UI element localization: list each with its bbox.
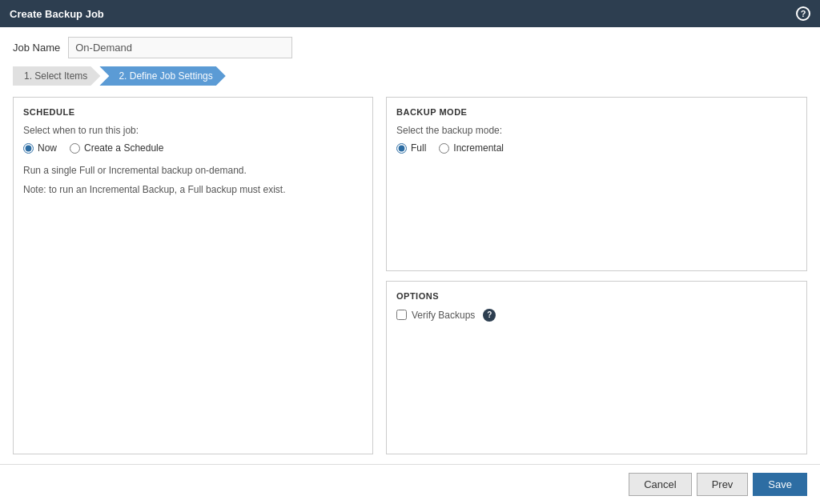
backup-mode-panel: BACKUP MODE Select the backup mode: Full… [386,97,807,271]
backup-mode-subtitle: Select the backup mode: [396,125,797,136]
dialog-body: Job Name 1. Select Items 2. Define Job S… [0,27,820,464]
schedule-radio-group: Now Create a Schedule [23,142,363,154]
backup-mode-incremental-option[interactable]: Incremental [439,142,504,154]
job-name-label: Job Name [13,42,60,54]
job-name-input[interactable] [68,37,292,58]
backup-mode-incremental-label: Incremental [453,142,504,154]
wizard-step-2-label: 2. Define Job Settings [119,70,212,82]
schedule-info-text: Run a single Full or Incremental backup … [23,163,363,178]
schedule-subtitle: Select when to run this job: [23,125,363,136]
dialog-footer: Cancel Prev Save [0,464,820,504]
backup-mode-full-option[interactable]: Full [396,142,426,154]
schedule-create-radio[interactable] [70,143,80,154]
options-title: OPTIONS [396,291,797,301]
wizard-step-1-label: 1. Select Items [24,70,87,82]
schedule-note-text: Note: to run an Incremental Backup, a Fu… [23,182,363,197]
dialog-titlebar: Create Backup Job ? [0,0,820,27]
backup-mode-radio-group: Full Incremental [396,142,797,154]
schedule-now-radio[interactable] [23,143,34,154]
dialog-title: Create Backup Job [10,8,104,20]
verify-backups-checkbox[interactable] [396,310,407,320]
wizard-steps: 1. Select Items 2. Define Job Settings [13,66,807,86]
right-column: BACKUP MODE Select the backup mode: Full… [386,97,807,454]
save-button[interactable]: Save [753,473,807,496]
schedule-create-option[interactable]: Create a Schedule [70,142,163,154]
prev-button[interactable]: Prev [697,473,749,496]
wizard-step-1[interactable]: 1. Select Items [13,66,100,86]
schedule-title: SCHEDULE [23,107,363,117]
schedule-now-label: Now [38,142,57,154]
cancel-button[interactable]: Cancel [629,473,691,496]
backup-mode-incremental-radio[interactable] [439,143,449,154]
create-backup-dialog: Create Backup Job ? Job Name 1. Select I… [0,0,820,504]
options-panel: OPTIONS Verify Backups ? [386,281,807,455]
verify-backups-label: Verify Backups [412,310,475,321]
content-area: SCHEDULE Select when to run this job: No… [13,97,807,454]
verify-backups-help-icon[interactable]: ? [483,309,496,322]
wizard-step-2[interactable]: 2. Define Job Settings [99,66,225,86]
verify-backups-item: Verify Backups ? [396,309,797,322]
backup-mode-full-radio[interactable] [396,143,407,154]
backup-mode-title: BACKUP MODE [396,107,797,117]
job-name-row: Job Name [13,37,807,58]
backup-mode-full-label: Full [411,142,426,154]
schedule-now-option[interactable]: Now [23,142,57,154]
help-icon[interactable]: ? [796,6,810,21]
schedule-panel: SCHEDULE Select when to run this job: No… [13,97,373,454]
schedule-create-label: Create a Schedule [84,142,163,154]
